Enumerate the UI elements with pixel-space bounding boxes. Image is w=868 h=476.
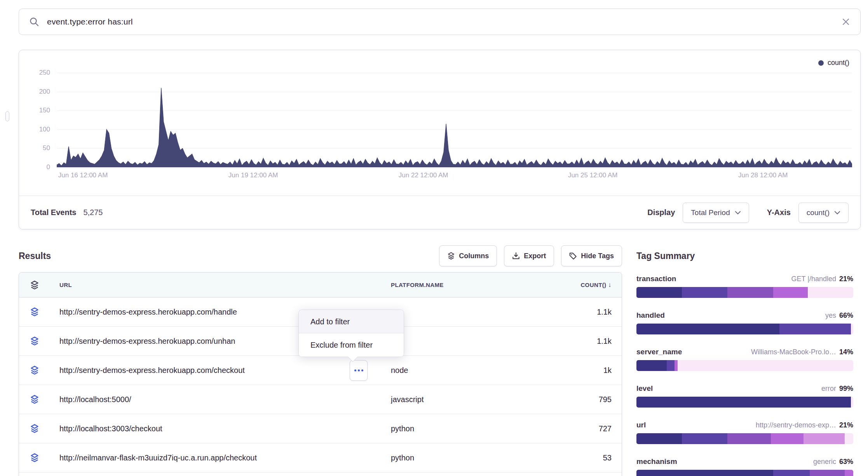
row-count-value: 1.1k xyxy=(554,337,622,346)
discover-results-page: event.type:error has:url count() 2502001… xyxy=(0,0,868,476)
tag-bar-segment xyxy=(682,287,727,298)
tag-distribution-bar[interactable] xyxy=(636,470,853,476)
tag-summary-panel: Tag Summary transaction GET |/handled21%… xyxy=(636,251,853,476)
tag-row-server_name: server_name Williams-MacBook-Pro.lo…14% xyxy=(636,348,853,371)
columns-button[interactable]: Columns xyxy=(439,245,497,266)
tag-distribution-bar[interactable] xyxy=(636,360,853,371)
y-axis-tick-label: 250 xyxy=(19,68,50,77)
tag-bar-segment xyxy=(845,433,853,444)
total-events-value: 5,275 xyxy=(83,208,103,217)
y-axis-tick-label: 50 xyxy=(19,144,50,152)
download-icon xyxy=(512,252,520,260)
tag-bar-segment xyxy=(636,433,682,444)
tag-top-percent: 21% xyxy=(839,275,853,283)
tag-bar-segment xyxy=(636,287,682,298)
display-select[interactable]: Total Period xyxy=(683,203,749,223)
column-header-url[interactable]: URL xyxy=(59,282,391,288)
tag-top-percent: 21% xyxy=(839,421,853,429)
tag-bar-segment xyxy=(636,324,779,334)
yaxis-label: Y-Axis xyxy=(767,208,791,217)
context-menu: Add to filter Exclude from filter xyxy=(298,310,404,357)
table-row[interactable]: http://localhost:3003/checkout python 72… xyxy=(19,414,622,443)
stack-icon[interactable] xyxy=(30,424,39,433)
chart-baseline xyxy=(57,167,852,168)
row-platform-value: python xyxy=(391,453,554,462)
tag-name: server_name xyxy=(636,348,682,356)
column-header-count[interactable]: COUNT() ↓ xyxy=(554,281,622,289)
chevron-down-icon xyxy=(735,211,741,215)
stack-icon[interactable] xyxy=(30,395,39,404)
stack-icon[interactable] xyxy=(30,336,39,346)
tag-bar-segment xyxy=(727,433,771,444)
tag-bar-segment xyxy=(804,433,845,444)
tag-bar-segment xyxy=(779,324,851,334)
tag-bar-segment xyxy=(771,433,804,444)
row-url-link[interactable]: http://localhost:5000/ xyxy=(59,395,391,404)
tag-top-value: http://sentry-demos-exp… xyxy=(756,421,836,429)
tag-row-transaction: transaction GET |/handled21% xyxy=(636,275,853,298)
stack-icon[interactable] xyxy=(30,366,39,375)
tag-top-percent: 14% xyxy=(839,348,853,356)
export-button[interactable]: Export xyxy=(504,245,554,266)
row-actions-button[interactable] xyxy=(350,360,368,381)
tag-name: transaction xyxy=(636,275,676,283)
table-row[interactable]: http://sentry-demos-express.herokuapp.co… xyxy=(19,356,622,385)
tag-bar-segment xyxy=(675,360,678,371)
y-axis-tick-label: 200 xyxy=(19,88,50,96)
yaxis-select-value: count() xyxy=(807,208,830,217)
results-table: URL PLATFORM.NAME COUNT() ↓ http://sentr… xyxy=(19,272,622,476)
table-header-row: URL PLATFORM.NAME COUNT() ↓ xyxy=(19,273,622,298)
tag-distribution-bar[interactable] xyxy=(636,324,853,334)
tag-distribution-bar[interactable] xyxy=(636,433,853,444)
display-select-value: Total Period xyxy=(691,208,730,217)
hide-tags-button[interactable]: Hide Tags xyxy=(561,245,622,266)
table-row-partial xyxy=(19,472,622,476)
tag-bar-segment xyxy=(636,397,851,408)
search-bar[interactable]: event.type:error has:url xyxy=(19,9,861,35)
tag-summary-title: Tag Summary xyxy=(636,251,853,261)
tag-row-mechanism: mechanism generic63% xyxy=(636,457,853,476)
panel-resize-handle[interactable] xyxy=(5,111,9,121)
sort-desc-icon: ↓ xyxy=(608,281,612,289)
tag-bar-segment xyxy=(667,360,675,371)
table-row[interactable]: http://localhost:5000/ javascript 795 xyxy=(19,385,622,414)
clear-search-icon[interactable] xyxy=(842,18,850,26)
stack-icon[interactable] xyxy=(30,453,39,462)
stack-icon[interactable] xyxy=(30,280,39,290)
events-area-chart[interactable]: 250200150100500Jun 16 12:00 AMJun 19 12:… xyxy=(19,50,860,196)
menu-item-add-to-filter[interactable]: Add to filter xyxy=(299,310,404,333)
tag-distribution-bar[interactable] xyxy=(636,397,853,408)
tag-name: level xyxy=(636,384,653,393)
hide-tags-button-label: Hide Tags xyxy=(581,252,614,260)
tag-distribution-bar[interactable] xyxy=(636,287,853,298)
yaxis-select[interactable]: count() xyxy=(798,203,849,223)
table-row[interactable]: http://neilmanvar-flask-m3uuizd7iq-uc.a.… xyxy=(19,443,622,472)
tag-name: mechanism xyxy=(636,457,677,466)
row-url-link[interactable]: http://neilmanvar-flask-m3uuizd7iq-uc.a.… xyxy=(59,453,391,462)
tag-bar-segment xyxy=(851,324,853,334)
search-input[interactable]: event.type:error has:url xyxy=(47,17,842,26)
tag-name: url xyxy=(636,421,646,429)
row-count-value: 1k xyxy=(554,366,622,375)
tag-top-percent: 66% xyxy=(839,312,853,319)
x-axis-tick-label: Jun 25 12:00 AM xyxy=(568,172,618,179)
column-header-platform[interactable]: PLATFORM.NAME xyxy=(391,282,554,288)
results-title: Results xyxy=(19,251,51,261)
stack-icon xyxy=(447,252,455,260)
total-events-label: Total Events xyxy=(31,208,76,217)
row-url-link[interactable]: http://localhost:3003/checkout xyxy=(59,424,391,433)
tag-bar-segment xyxy=(678,360,853,371)
row-count-value: 53 xyxy=(554,453,622,462)
tag-bar-segment xyxy=(636,360,667,371)
chevron-down-icon xyxy=(834,211,840,215)
tag-top-value: error xyxy=(821,385,836,392)
stack-icon[interactable] xyxy=(30,307,39,317)
tag-bar-segment xyxy=(810,470,844,476)
tag-top-value: GET |/handled xyxy=(791,275,836,283)
row-url-link[interactable]: http://sentry-demos-express.herokuapp.co… xyxy=(59,366,391,375)
tag-row-url: url http://sentry-demos-exp…21% xyxy=(636,421,853,444)
y-axis-tick-label: 150 xyxy=(19,106,50,115)
row-count-value: 1.1k xyxy=(554,308,622,317)
tag-row-handled: handled yes66% xyxy=(636,311,853,334)
row-platform-value: python xyxy=(391,424,554,433)
